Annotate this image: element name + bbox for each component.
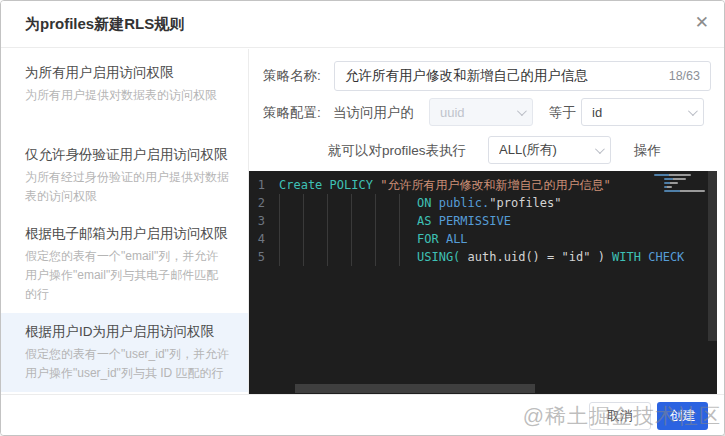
minimap-line — [664, 182, 678, 184]
line-number: 3 — [249, 212, 279, 230]
template-list: 为所有用户启用访问权限为所有用户提供对数据表的访问权限仅允许身份验证用户启用访问… — [1, 49, 249, 394]
code-lines: 1Create POLICY "允许所有用户修改和新增自己的用户信息"2ON p… — [249, 171, 717, 266]
code-token: PERMISSIVE — [439, 212, 511, 230]
indent-guides — [279, 194, 417, 212]
code-token: public. — [439, 194, 490, 212]
policy-name-value: 允许所有用户修改和新增自己的用户信息 — [345, 67, 661, 85]
template-item-desc: 假定您的表有一个"email"列，并允许用户操作"email"列与其电子邮件匹配… — [25, 247, 230, 304]
chevron-down-icon — [517, 106, 527, 116]
line-number: 5 — [249, 248, 279, 266]
template-item-2[interactable]: 仅允许身份验证用户启用访问权限为所有经过身份验证的用户提供对数据表的访问权限 — [1, 136, 248, 215]
code-line-2: 2ON public."profiles" — [249, 194, 717, 212]
policy-name-label: 策略名称: — [263, 67, 321, 85]
code-token: CHECK — [648, 248, 684, 266]
code-token: AS — [417, 212, 431, 230]
dialog-title: 为profiles新建RLS规则 — [25, 15, 184, 34]
code-token: "允许所有用户修改和新增自己的用户信息" — [380, 176, 610, 194]
template-item-title: 为所有用户启用访问权限 — [25, 63, 230, 83]
code-token: FOR — [417, 230, 439, 248]
indent-guides — [279, 230, 417, 248]
action-select[interactable]: ALL(所有) — [488, 136, 611, 164]
vertical-scrollbar[interactable] — [708, 171, 717, 341]
line-number: 1 — [249, 176, 279, 194]
create-rls-rule-dialog: 为profiles新建RLS规则 ✕ 为所有用户启用访问权限为所有用户提供对数据… — [0, 0, 725, 436]
code-line-5: 5USING( auth.uid() = "id" ) WITH CHECK — [249, 248, 717, 266]
minimap-line — [654, 174, 691, 176]
code-token: Create — [279, 176, 322, 194]
action-suffix-text: 操作 — [634, 142, 661, 160]
template-item-3[interactable]: 根据电子邮箱为用户启用访问权限假定您的表有一个"email"列，并允许用户操作"… — [1, 215, 248, 313]
template-item-desc: 假定您的表有一个"user_id"列，并允许用户操作"user_id"列与其 I… — [25, 345, 230, 383]
code-token: USING( — [417, 248, 460, 266]
equals-text: 等于 — [549, 104, 576, 122]
sql-editor[interactable]: 1Create POLICY "允许所有用户修改和新增自己的用户信息"2ON p… — [249, 171, 717, 396]
code-token: "profiles" — [489, 194, 561, 212]
minimap — [654, 174, 706, 194]
char-counter: 18/63 — [669, 69, 700, 83]
horizontal-scrollbar[interactable] — [295, 384, 535, 393]
action-prefix-text: 就可以对profiles表执行 — [328, 142, 466, 160]
code-token — [431, 194, 438, 212]
minimap-line — [664, 178, 686, 180]
chevron-down-icon — [595, 144, 605, 154]
line-number: 2 — [249, 194, 279, 212]
indent-guides — [279, 212, 417, 230]
code-token: ALL — [446, 230, 468, 248]
code-token: WITH — [612, 248, 641, 266]
field-select-value: uuid — [440, 105, 511, 120]
code-token: POLICY — [330, 176, 373, 194]
minimap-line — [664, 186, 672, 188]
indent-guides — [279, 248, 417, 266]
code-token — [439, 230, 446, 248]
code-token — [322, 176, 329, 194]
dialog-footer: 取消 创建 @稀土掘金技术社区 — [1, 394, 724, 435]
config-prefix-text: 当访问用户的 — [333, 104, 414, 122]
template-item-desc: 为所有经过身份验证的用户提供对数据表的访问权限 — [25, 168, 230, 206]
cancel-button[interactable]: 取消 — [589, 402, 651, 430]
template-item-title: 根据电子邮箱为用户启用访问权限 — [25, 224, 230, 244]
close-icon[interactable]: ✕ — [695, 13, 709, 33]
template-item-4[interactable]: 根据用户ID为用户启用访问权限假定您的表有一个"user_id"列，并允许用户操… — [1, 313, 248, 392]
column-select[interactable]: id — [581, 98, 704, 126]
code-line-4: 4FOR ALL — [249, 230, 717, 248]
code-token — [641, 248, 648, 266]
code-token — [373, 176, 380, 194]
template-item-title: 根据用户ID为用户启用访问权限 — [25, 322, 230, 342]
code-token: ON — [417, 194, 431, 212]
template-item-title: 仅允许身份验证用户启用访问权限 — [25, 145, 230, 165]
action-select-value: ALL(所有) — [499, 141, 589, 159]
code-token: auth.uid() = "id" ) — [460, 248, 612, 266]
field-select[interactable]: uuid — [429, 98, 533, 126]
dialog-header: 为profiles新建RLS规则 ✕ — [1, 1, 724, 48]
code-line-3: 3AS PERMISSIVE — [249, 212, 717, 230]
policy-config-label: 策略配置: — [263, 104, 321, 122]
minimap-line — [664, 190, 705, 192]
chevron-down-icon — [688, 106, 698, 116]
create-button[interactable]: 创建 — [657, 402, 708, 430]
template-item-desc: 为所有用户提供对数据表的访问权限 — [25, 86, 230, 105]
policy-name-input[interactable]: 允许所有用户修改和新增自己的用户信息 18/63 — [334, 61, 711, 91]
column-select-value: id — [592, 105, 682, 120]
code-line-1: 1Create POLICY "允许所有用户修改和新增自己的用户信息" — [249, 176, 717, 194]
line-number: 4 — [249, 230, 279, 248]
template-item-1[interactable]: 为所有用户启用访问权限为所有用户提供对数据表的访问权限 — [1, 54, 248, 114]
code-token — [431, 212, 438, 230]
